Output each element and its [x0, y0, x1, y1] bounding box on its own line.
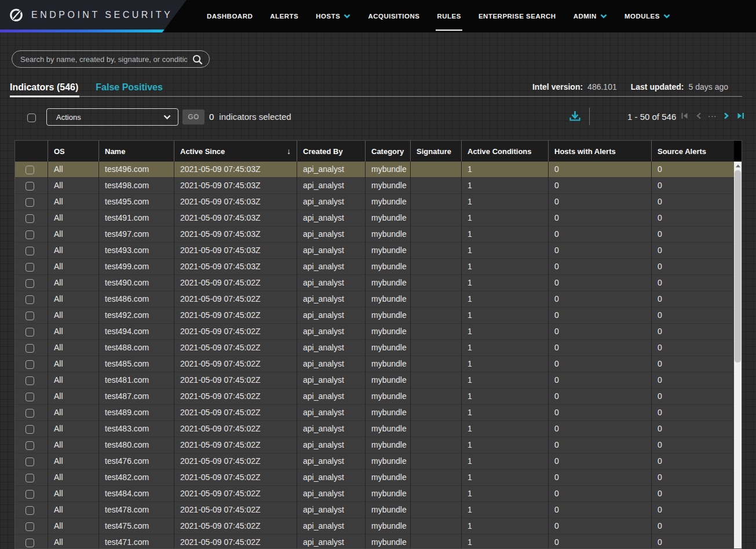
table-row[interactable]: Alltest481.com2021-05-09 07:45:02Zapi_an…: [15, 372, 734, 389]
table-row[interactable]: Alltest485.com2021-05-09 07:45:02Zapi_an…: [15, 356, 734, 372]
cell-source-alerts: 0: [651, 372, 734, 389]
sort-descending-icon[interactable]: ↓: [287, 147, 297, 156]
table-row[interactable]: Alltest494.com2021-05-09 07:45:02Zapi_an…: [15, 324, 734, 340]
cell-active-conditions: 1: [461, 372, 548, 389]
row-checkbox[interactable]: [25, 166, 34, 174]
vertical-scrollbar[interactable]: [734, 162, 742, 548]
table-row[interactable]: Alltest480.com2021-05-09 07:45:02Zapi_an…: [15, 437, 734, 453]
table-row[interactable]: Alltest497.com2021-05-09 07:45:03Zapi_an…: [15, 226, 734, 243]
nav-item-enterprise-search[interactable]: ENTERPRISE SEARCH: [470, 0, 565, 32]
cell-os: All: [48, 421, 98, 437]
cell-name: test481.com: [98, 372, 174, 389]
row-checkbox-cell: [15, 486, 48, 502]
row-checkbox[interactable]: [25, 393, 34, 401]
table-row[interactable]: Alltest490.com2021-05-09 07:45:02Zapi_an…: [15, 275, 734, 291]
row-checkbox[interactable]: [25, 458, 34, 466]
row-checkbox[interactable]: [25, 230, 34, 239]
next-page-button[interactable]: [721, 111, 732, 121]
cell-created-by: api_analyst: [297, 502, 365, 518]
row-checkbox[interactable]: [25, 539, 34, 547]
page-picker-button[interactable]: ...: [708, 111, 717, 120]
row-checkbox[interactable]: [25, 214, 34, 223]
header-source-alerts[interactable]: Source Alerts: [651, 141, 734, 162]
nav-item-dashboard[interactable]: DASHBOARD: [198, 0, 261, 32]
header-category[interactable]: Category: [365, 141, 410, 162]
previous-page-button[interactable]: [693, 111, 704, 121]
row-checkbox[interactable]: [25, 490, 34, 499]
row-checkbox[interactable]: [25, 506, 34, 515]
actions-select[interactable]: Actions: [46, 108, 178, 126]
first-page-button[interactable]: [679, 111, 689, 121]
table-row[interactable]: Alltest482.com2021-05-09 07:45:02Zapi_an…: [15, 470, 734, 486]
table-row[interactable]: Alltest489.com2021-05-09 07:45:02Zapi_an…: [15, 405, 734, 421]
row-checkbox[interactable]: [25, 522, 34, 531]
row-checkbox[interactable]: [25, 360, 34, 369]
nav-item-modules[interactable]: MODULES: [616, 0, 679, 32]
row-checkbox[interactable]: [25, 441, 34, 450]
table-row[interactable]: Alltest499.com2021-05-09 07:45:03Zapi_an…: [15, 259, 734, 275]
row-checkbox-cell: [15, 162, 48, 178]
chevron-down-icon: [663, 14, 670, 19]
select-all-checkbox[interactable]: [27, 114, 36, 122]
nav-item-rules[interactable]: RULES: [428, 0, 469, 32]
table-row[interactable]: Alltest493.com2021-05-09 07:45:03Zapi_an…: [15, 243, 734, 259]
scroll-up-arrow-icon[interactable]: [734, 162, 742, 170]
header-os[interactable]: OS: [48, 141, 98, 162]
table-row[interactable]: Alltest498.com2021-05-09 07:45:03Zapi_an…: [15, 178, 734, 194]
last-page-button[interactable]: [736, 111, 746, 121]
tab-indicators[interactable]: Indicators (546): [10, 81, 79, 96]
row-checkbox[interactable]: [25, 247, 34, 255]
row-checkbox[interactable]: [25, 376, 34, 385]
download-icon[interactable]: [569, 110, 581, 125]
cell-created-by: api_analyst: [297, 535, 365, 549]
go-button[interactable]: GO: [182, 109, 204, 125]
search-input[interactable]: [12, 51, 209, 67]
nav-item-alerts[interactable]: ALERTS: [261, 0, 307, 32]
nav-item-hosts[interactable]: HOSTS: [307, 0, 359, 32]
nav-item-acquisitions[interactable]: ACQUISITIONS: [359, 0, 428, 32]
row-checkbox[interactable]: [25, 182, 34, 191]
table-row[interactable]: Alltest483.com2021-05-09 07:45:02Zapi_an…: [15, 421, 734, 437]
table-row[interactable]: Alltest476.com2021-05-09 07:45:02Zapi_an…: [15, 453, 734, 470]
header-hosts-with-alerts[interactable]: Hosts with Alerts: [548, 141, 651, 162]
row-checkbox[interactable]: [25, 198, 34, 207]
search-icon[interactable]: [192, 54, 203, 68]
header-name[interactable]: Name: [98, 141, 174, 162]
chevron-down-icon: [163, 113, 171, 122]
row-checkbox[interactable]: [25, 295, 34, 304]
row-checkbox[interactable]: [25, 263, 34, 272]
table-row[interactable]: Alltest495.com2021-05-09 07:45:03Zapi_an…: [15, 194, 734, 210]
table-row[interactable]: Alltest484.com2021-05-09 07:45:02Zapi_an…: [15, 486, 734, 502]
tab-false-positives[interactable]: False Positives: [96, 81, 164, 96]
table-row[interactable]: Alltest496.com2021-05-09 07:45:03Zapi_an…: [15, 162, 734, 178]
header-active-since[interactable]: Active Since ↓: [174, 141, 297, 162]
cell-created-by: api_analyst: [297, 178, 365, 194]
cell-active-conditions: 1: [461, 275, 548, 291]
row-checkbox[interactable]: [25, 312, 34, 320]
table-body: Alltest496.com2021-05-09 07:45:03Zapi_an…: [15, 162, 734, 549]
table-row[interactable]: Alltest492.com2021-05-09 07:45:02Zapi_an…: [15, 308, 734, 324]
row-checkbox[interactable]: [25, 328, 34, 336]
row-checkbox[interactable]: [25, 425, 34, 434]
cell-category: mybundle: [365, 405, 410, 421]
table-row[interactable]: Alltest475.com2021-05-09 07:45:02Zapi_an…: [15, 518, 734, 535]
table-row[interactable]: Alltest486.com2021-05-09 07:45:02Zapi_an…: [15, 291, 734, 308]
table-row[interactable]: Alltest471.com2021-05-09 07:45:02Zapi_an…: [15, 535, 734, 549]
table-row[interactable]: Alltest491.com2021-05-09 07:45:03Zapi_an…: [15, 210, 734, 226]
scrollbar-thumb[interactable]: [735, 170, 741, 363]
cell-name: test475.com: [98, 518, 174, 535]
cell-name: test494.com: [98, 324, 174, 340]
nav-item-admin[interactable]: ADMIN: [565, 0, 616, 32]
header-active-conditions[interactable]: Active Conditions: [461, 141, 548, 162]
table-row[interactable]: Alltest478.com2021-05-09 07:45:02Zapi_an…: [15, 502, 734, 518]
row-checkbox[interactable]: [25, 344, 34, 353]
table-row[interactable]: Alltest487.com2021-05-09 07:45:02Zapi_an…: [15, 389, 734, 405]
cell-signature: [410, 308, 461, 324]
table-row[interactable]: Alltest488.com2021-05-09 07:45:02Zapi_an…: [15, 340, 734, 356]
row-checkbox[interactable]: [25, 279, 34, 288]
header-created-by[interactable]: Created By: [297, 141, 365, 162]
row-checkbox[interactable]: [25, 474, 34, 482]
row-checkbox[interactable]: [25, 409, 34, 418]
header-signature[interactable]: Signature: [410, 141, 461, 162]
cell-os: All: [48, 324, 98, 340]
